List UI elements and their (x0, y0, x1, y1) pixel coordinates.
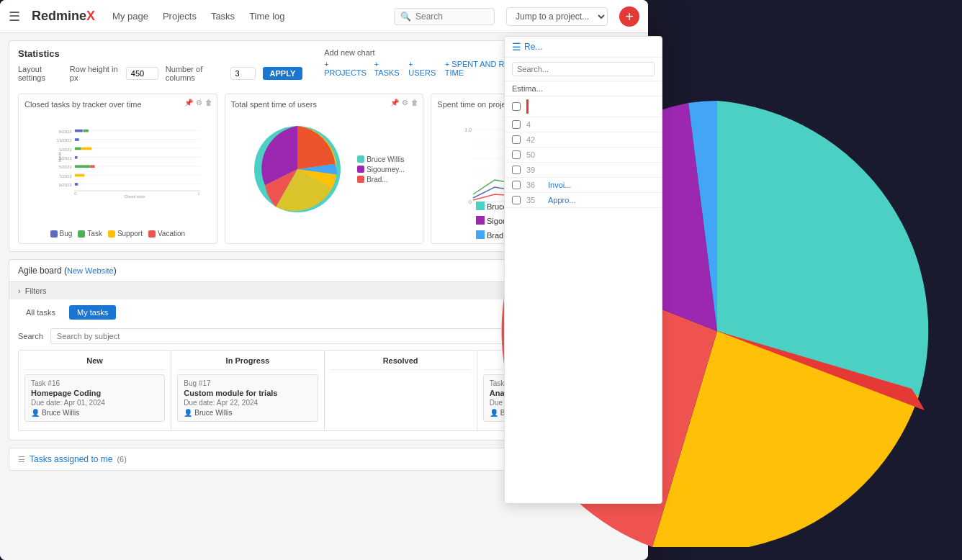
kanban-card-user: 👤 Bruce Willis (184, 409, 311, 417)
table-row-checkbox[interactable] (512, 166, 521, 174)
columns-label: Number of columns (166, 65, 223, 82)
table-row-checkbox[interactable] (512, 181, 521, 189)
kanban-card-user-name: Bruce Willis (194, 409, 232, 417)
table-search-input[interactable] (512, 62, 655, 76)
table-row-num: 35 (526, 196, 548, 204)
kanban-card-16[interactable]: Task #16 Homepage Coding Due date: Apr 0… (24, 374, 165, 422)
bar-chart-area: 9/2022 11/2022 1/2023 3/2023 5/2023 7/20… (24, 112, 211, 227)
table-overlay: ☰ Re... Estima... 4 42 50 39 36 Invoi...… (504, 36, 662, 504)
bar-chart-delete-icon[interactable]: 🗑 (205, 99, 212, 107)
kanban-card-user-name: Bruce Willis (42, 409, 79, 417)
nav-time-log[interactable]: Time log (249, 11, 284, 22)
table-row-num: 50 (526, 150, 548, 159)
table-row-checkbox[interactable] (512, 196, 521, 204)
kanban-card-title: Custom module for trials (184, 389, 311, 397)
jump-to-project-select[interactable]: Jump to a project... (506, 7, 608, 26)
tasks-assigned-link[interactable]: Tasks assigned to me (30, 454, 112, 464)
svg-rect-42 (476, 230, 485, 239)
layout-label: Layout settings (18, 65, 63, 82)
my-tasks-tab[interactable]: My tasks (69, 305, 116, 320)
all-tasks-tab[interactable]: All tasks (18, 305, 63, 320)
filters-label: Filters (25, 286, 47, 295)
add-tasks-chart[interactable]: + TASKS (374, 60, 403, 77)
table-row-checkbox[interactable] (512, 102, 521, 111)
pie-chart-delete-icon[interactable]: 🗑 (411, 99, 418, 107)
add-users-chart[interactable]: + USERS (408, 60, 439, 77)
pie-chart-settings-icon[interactable]: ⚙ (402, 99, 408, 107)
bar-chart-actions: 📌 ⚙ 🗑 (184, 99, 212, 107)
svg-text:9/2022: 9/2022 (59, 130, 72, 134)
app-logo: RedmineX (32, 9, 95, 24)
table-row-checkbox[interactable] (512, 120, 521, 129)
agile-project-link[interactable]: New Website (67, 266, 114, 275)
table-row[interactable]: 35 Appro... (505, 193, 662, 208)
kanban-card-due: Due date: Apr 22, 2024 (184, 399, 311, 407)
table-row[interactable]: 50 (505, 148, 662, 163)
logo-x: X (86, 9, 95, 24)
columns-input[interactable] (230, 67, 256, 80)
pie-legend: Bruce Willis Sigourney... Brad... (357, 155, 405, 184)
bar-chart-settings-icon[interactable]: ⚙ (196, 99, 202, 107)
search-icon: 🔍 (400, 12, 411, 22)
table-icon: ☰ (512, 41, 521, 53)
legend-task: Task (78, 230, 102, 238)
nav-projects[interactable]: Projects (163, 11, 197, 22)
svg-rect-17 (75, 148, 81, 150)
filters-arrow: › (18, 286, 21, 295)
pie-chart-pin-icon[interactable]: 📌 (390, 99, 399, 107)
table-overlay-header: ☰ Re... (505, 37, 662, 58)
kanban-card-17[interactable]: Bug #17 Custom module for trials Due dat… (177, 374, 318, 422)
layout-settings: Layout settings Row height in px Number … (18, 65, 302, 82)
nav-tasks[interactable]: Tasks (211, 11, 235, 22)
apply-button[interactable]: APPLY (263, 67, 303, 80)
svg-rect-38 (476, 202, 485, 210)
svg-text:5/2023: 5/2023 (59, 165, 72, 169)
kanban-col-resolved-header: Resolved (331, 356, 471, 370)
svg-text:1: 1 (197, 191, 199, 196)
tasks-menu-icon: ☰ (18, 455, 25, 464)
top-nav: ☰ RedmineX My page Projects Tasks Time l… (0, 0, 648, 33)
svg-rect-19 (75, 156, 78, 159)
svg-text:11/2022: 11/2022 (56, 138, 71, 143)
row-height-input[interactable] (126, 67, 158, 80)
table-row[interactable]: 42 (505, 132, 662, 148)
legend-bug: Bug (50, 230, 73, 238)
table-row-num: 42 (526, 135, 548, 144)
svg-rect-20 (75, 165, 91, 168)
kanban-col-new: New Task #16 Homepage Coding Due date: A… (19, 351, 171, 430)
pie-chart-card: Total spent time of users 📌 ⚙ 🗑 (225, 94, 424, 244)
add-projects-chart[interactable]: + PROJECTS (324, 60, 368, 77)
legend-support: Support (108, 230, 143, 238)
table-row[interactable]: 36 Invoi... (505, 178, 662, 193)
table-row[interactable]: 39 (505, 163, 662, 178)
agile-board-title: Agile board (New Website) (18, 266, 117, 276)
hamburger-icon[interactable]: ☰ (9, 9, 20, 24)
estimate-row: Estima... (505, 81, 662, 96)
kanban-card-id: Bug #17 (184, 379, 311, 387)
pie-legend-bruce: Bruce Willis (357, 155, 405, 163)
kanban-card-user: 👤 Bruce Willis (31, 409, 158, 417)
svg-text:1/2023: 1/2023 (59, 148, 72, 152)
search-input[interactable] (415, 12, 487, 22)
svg-text:Closed tasks: Closed tasks (124, 194, 145, 199)
nav-my-page[interactable]: My page (112, 11, 148, 22)
table-row-text[interactable]: Invoi... (548, 181, 655, 189)
table-row-checkbox[interactable] (512, 150, 521, 159)
add-button[interactable]: + (619, 6, 639, 27)
table-row[interactable] (505, 96, 662, 117)
pie-chart-actions: 📌 ⚙ 🗑 (390, 99, 418, 107)
svg-text:9/2023: 9/2023 (59, 183, 72, 187)
table-row-checkbox[interactable] (512, 135, 521, 144)
kanban-card-title: Homepage Coding (31, 389, 158, 397)
table-row-text[interactable]: Appro... (548, 196, 655, 204)
kanban-col-new-header: New (24, 356, 165, 370)
table-title: Re... (524, 42, 542, 52)
bar-chart-title: Closed tasks by tracker over time (24, 100, 211, 109)
kanban-card-due: Due date: Apr 01, 2024 (31, 399, 158, 407)
svg-rect-21 (91, 165, 95, 168)
table-row[interactable]: 4 (505, 117, 662, 132)
pie-chart-svg (243, 115, 351, 223)
table-row-num: 4 (526, 120, 548, 129)
bar-chart-legend: Bug Task Support Vacation (24, 230, 211, 238)
bar-chart-pin-icon[interactable]: 📌 (184, 99, 193, 107)
